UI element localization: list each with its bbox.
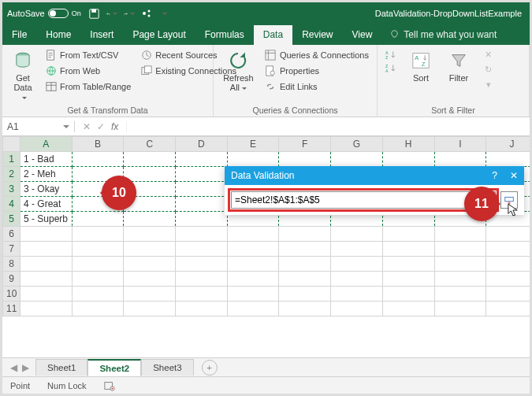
cell[interactable]: [176, 257, 228, 272]
cell[interactable]: [72, 227, 124, 242]
cancel-icon[interactable]: ✕: [83, 121, 91, 132]
cell[interactable]: [20, 257, 73, 272]
sort-asc-button[interactable]: AZ: [384, 48, 399, 61]
cell[interactable]: [176, 197, 228, 212]
cell[interactable]: [382, 302, 434, 316]
tell-me[interactable]: Tell me what you want: [381, 25, 506, 45]
cell[interactable]: [331, 227, 383, 242]
row-header[interactable]: 8: [3, 257, 20, 272]
autosave-toggle[interactable]: [48, 9, 69, 18]
cell[interactable]: [331, 272, 383, 287]
add-sheet-button[interactable]: +: [202, 360, 218, 376]
col-header[interactable]: F: [279, 137, 331, 152]
sheet-nav-prev-icon[interactable]: ◀: [10, 362, 17, 373]
cell[interactable]: [382, 257, 434, 272]
sort-button[interactable]: AZ Sort: [405, 48, 437, 84]
cell[interactable]: [124, 167, 176, 182]
col-header[interactable]: E: [227, 137, 279, 152]
tab-home[interactable]: Home: [36, 25, 80, 45]
cell[interactable]: [434, 257, 486, 272]
cell[interactable]: [486, 257, 530, 272]
tab-insert[interactable]: Insert: [80, 25, 123, 45]
cell[interactable]: [20, 242, 73, 257]
cell[interactable]: [124, 302, 176, 316]
name-box[interactable]: A1: [2, 121, 75, 132]
select-all-cell[interactable]: [3, 137, 20, 152]
cell[interactable]: [382, 272, 434, 287]
dialog-help-icon[interactable]: ?: [492, 170, 497, 181]
cell[interactable]: [434, 242, 486, 257]
dialog-source-input[interactable]: [231, 191, 496, 209]
col-header[interactable]: G: [331, 137, 383, 152]
cell[interactable]: [20, 272, 73, 287]
row-header[interactable]: 4: [3, 197, 20, 212]
filter-button[interactable]: Filter: [443, 48, 474, 84]
cell[interactable]: [176, 242, 228, 257]
cell[interactable]: [124, 242, 176, 257]
cell[interactable]: [72, 272, 124, 287]
sheet-tab-1[interactable]: Sheet1: [35, 359, 87, 376]
tab-formulas[interactable]: Formulas: [195, 25, 254, 45]
undo-icon[interactable]: [106, 8, 117, 19]
col-header[interactable]: C: [124, 137, 176, 152]
cell[interactable]: [176, 152, 228, 167]
cell[interactable]: [227, 272, 279, 287]
tab-data[interactable]: Data: [254, 25, 292, 45]
cell[interactable]: [486, 227, 530, 242]
cell[interactable]: 1 - Bad: [20, 152, 73, 167]
tab-view[interactable]: View: [343, 25, 382, 45]
cell[interactable]: [72, 257, 124, 272]
cell[interactable]: [227, 227, 279, 242]
cell[interactable]: [331, 302, 383, 316]
cell[interactable]: 2 - Meh: [20, 167, 73, 182]
col-header[interactable]: A: [20, 137, 73, 152]
from-table-button[interactable]: From Table/Range: [43, 80, 132, 93]
cell[interactable]: [176, 227, 228, 242]
cell[interactable]: [486, 152, 530, 167]
row-header[interactable]: 1: [3, 152, 20, 167]
sort-desc-button[interactable]: ZA: [384, 61, 399, 75]
cell[interactable]: [176, 212, 228, 227]
refresh-all-button[interactable]: Refresh All: [220, 48, 257, 94]
row-header[interactable]: 2: [3, 167, 20, 182]
cell[interactable]: [124, 272, 176, 287]
cell[interactable]: [382, 227, 434, 242]
cell[interactable]: [20, 302, 73, 316]
col-header[interactable]: D: [176, 137, 228, 152]
cell[interactable]: [124, 287, 176, 302]
from-text-button[interactable]: From Text/CSV: [43, 48, 132, 61]
cell[interactable]: [124, 152, 176, 167]
cell[interactable]: [434, 287, 486, 302]
cell[interactable]: [382, 152, 434, 167]
row-header[interactable]: 5: [3, 212, 20, 227]
cell[interactable]: [176, 182, 228, 197]
cell[interactable]: [72, 152, 124, 167]
cell[interactable]: [331, 257, 383, 272]
sheet-tab-2[interactable]: Sheet2: [87, 359, 141, 376]
cell[interactable]: [279, 257, 331, 272]
cell[interactable]: [124, 257, 176, 272]
row-header[interactable]: 11: [3, 302, 20, 316]
cell[interactable]: 4 - Great: [20, 197, 73, 212]
cell[interactable]: [176, 272, 228, 287]
row-header[interactable]: 3: [3, 182, 20, 197]
cell[interactable]: [20, 227, 73, 242]
worksheet-grid[interactable]: ABCDEFGHIJ11 - Bad22 - Meh33 - Okay44 - …: [2, 136, 530, 365]
cell[interactable]: [72, 302, 124, 316]
cell[interactable]: [227, 287, 279, 302]
cell[interactable]: [279, 287, 331, 302]
cell[interactable]: [486, 302, 530, 316]
from-web-button[interactable]: From Web: [43, 64, 132, 77]
cell[interactable]: [382, 287, 434, 302]
qat-icon[interactable]: [141, 8, 152, 19]
tab-file[interactable]: File: [2, 25, 36, 45]
cell[interactable]: [72, 212, 124, 227]
sheet-tab-3[interactable]: Sheet3: [141, 359, 193, 376]
col-header[interactable]: B: [72, 137, 124, 152]
cell[interactable]: [72, 242, 124, 257]
cell[interactable]: [486, 287, 530, 302]
cell[interactable]: [382, 242, 434, 257]
col-header[interactable]: J: [486, 137, 530, 152]
row-header[interactable]: 7: [3, 242, 20, 257]
save-icon[interactable]: [89, 8, 100, 19]
